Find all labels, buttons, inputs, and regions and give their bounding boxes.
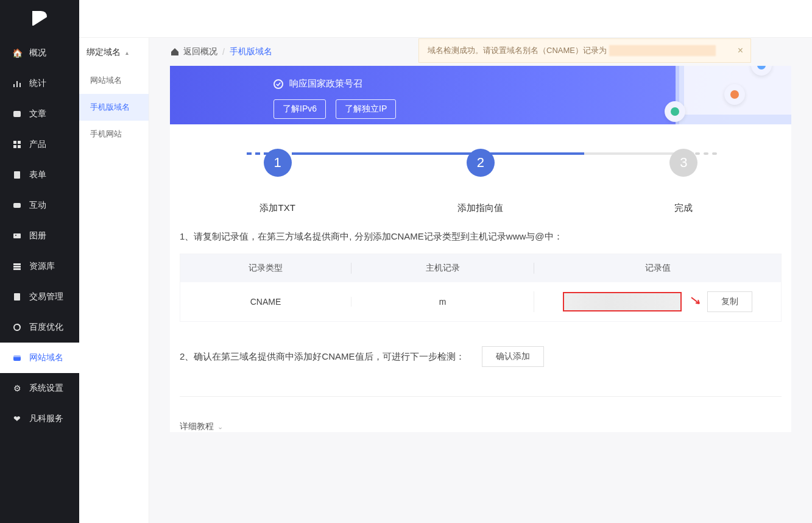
step-2-circle: 2 (467, 149, 495, 177)
sidebar-item-product[interactable]: 产品 (0, 129, 79, 160)
sub-sidebar-head-label: 绑定域名 (86, 47, 121, 58)
sidebar-item-trade[interactable]: 交易管理 (0, 282, 79, 312)
gear-icon: ⚙ (12, 383, 22, 393)
banner-line: 响应国家政策号召 (274, 78, 688, 90)
step-3-label: 完成 (582, 202, 785, 214)
svg-rect-14 (13, 268, 21, 270)
sidebar-item-label: 交易管理 (29, 291, 63, 302)
sub-item-mobile-site[interactable]: 手机网站 (79, 121, 149, 148)
sub-item-site-domain[interactable]: 网站域名 (79, 67, 149, 94)
btn-ipv6[interactable]: 了解IPv6 (274, 99, 326, 119)
svg-rect-0 (13, 84, 15, 87)
domain-icon (12, 354, 22, 362)
svg-rect-12 (13, 263, 21, 265)
gallery-icon (12, 232, 22, 240)
th-host-record: 主机记录 (351, 263, 534, 274)
btn-dedicated-ip[interactable]: 了解独立IP (336, 99, 396, 119)
sidebar-item-stats[interactable]: 统计 (0, 68, 79, 99)
breadcrumb-back[interactable]: 返回概况 (183, 46, 217, 57)
svg-rect-8 (14, 171, 20, 179)
svg-rect-15 (14, 293, 20, 301)
form-icon (12, 171, 22, 179)
logo-icon (29, 7, 51, 31)
step-1-circle: 1 (264, 149, 292, 177)
sidebar-item-service[interactable]: ❤凡科服务 (0, 404, 79, 434)
logo-block (0, 0, 79, 38)
step-bar-2-mid (487, 152, 584, 155)
close-icon[interactable]: × (738, 45, 743, 56)
sub-item-label: 网站域名 (90, 75, 122, 86)
sidebar-item-label: 文章 (29, 109, 46, 119)
sidebar-item-label: 资源库 (29, 261, 55, 272)
svg-rect-4 (13, 141, 16, 144)
copy-button[interactable]: 复制 (707, 291, 752, 312)
svg-rect-18 (13, 355, 21, 357)
detail-tutorial[interactable]: 详细教程 ⌄ (176, 397, 785, 432)
confirm-add-button[interactable]: 确认添加 (482, 346, 544, 367)
resource-icon (12, 262, 22, 271)
instruction-2-text: 2、确认在第三域名提供商中添加好CNAME值后，可进行下一步检测： (180, 351, 465, 363)
sidebar-item-settings[interactable]: ⚙系统设置 (0, 373, 79, 404)
sidebar-item-form[interactable]: 表单 (0, 160, 79, 190)
svg-point-11 (15, 235, 16, 236)
heart-icon: ❤ (12, 414, 22, 424)
instruction-2: 2、确认在第三域名提供商中添加好CNAME值后，可进行下一步检测： 确认添加 (176, 322, 785, 382)
stats-icon (12, 79, 22, 88)
sidebar-item-article[interactable]: 文章 (0, 99, 79, 129)
arrow-icon (689, 295, 702, 308)
banner-decoration (676, 66, 791, 124)
decoration-laptop-icon (676, 66, 791, 124)
sidebar-item-domain[interactable]: 网站域名 (0, 343, 79, 373)
breadcrumb-separator: / (222, 47, 225, 57)
sidebar-item-overview[interactable]: 🏠概况 (0, 38, 79, 68)
topbar-spacer (79, 0, 812, 38)
step-2: 2 添加指向值 (379, 149, 582, 214)
interact-icon (12, 201, 22, 210)
td-record-value: 复制 (534, 291, 781, 312)
banner-text: 响应国家政策号召 (289, 78, 362, 90)
home-icon (170, 47, 180, 57)
sidebar-item-resource[interactable]: 资源库 (0, 251, 79, 282)
sub-sidebar-head[interactable]: 绑定域名 ▴ (79, 38, 149, 67)
dns-table: 记录类型 主机记录 记录值 CNAME m 复制 (180, 254, 782, 322)
toast-banner: 域名检测成功。请设置域名别名（CNAME）记录为 × (418, 38, 751, 63)
chevron-up-icon: ▴ (125, 49, 129, 56)
step-3: 3 完成 (582, 149, 785, 214)
content: 返回概况 / 手机版域名 响应国家政策号召 了解IPv6 了解独立IP (149, 38, 812, 523)
sidebar-item-label: 百度优化 (29, 322, 63, 333)
step-1: 1 添加TXT (176, 149, 379, 214)
svg-rect-7 (18, 145, 21, 148)
chevron-down-icon: ⌄ (217, 423, 223, 431)
step-2-label: 添加指向值 (379, 202, 582, 214)
table-header: 记录类型 主机记录 记录值 (180, 254, 781, 282)
sidebar-item-label: 网站域名 (29, 352, 63, 363)
instruction-1: 1、请复制记录值，在第三方域名提供商中, 分别添加CNAME记录类型到主机记录w… (176, 214, 785, 254)
sidebar-item-label: 图册 (29, 230, 46, 241)
toast-redacted-value (609, 45, 716, 56)
th-record-type: 记录类型 (180, 263, 351, 274)
seo-icon (12, 323, 22, 332)
svg-rect-6 (13, 145, 16, 148)
sidebar-item-interact[interactable]: 互动 (0, 190, 79, 221)
product-icon (12, 140, 22, 149)
sidebar-item-label: 系统设置 (29, 383, 63, 394)
breadcrumb-current: 手机版域名 (230, 46, 272, 57)
sidebar: 🏠概况 统计 文章 产品 表单 互动 图册 资源库 交易管理 百度优化 网站域名… (0, 38, 79, 523)
sidebar-item-seo[interactable]: 百度优化 (0, 312, 79, 343)
sub-item-mobile-domain[interactable]: 手机版域名 (79, 94, 149, 121)
sidebar-item-label: 凡科服务 (29, 413, 63, 424)
sidebar-item-gallery[interactable]: 图册 (0, 221, 79, 251)
svg-rect-1 (16, 81, 18, 87)
trade-icon (12, 293, 22, 301)
svg-rect-2 (19, 83, 21, 87)
sidebar-item-label: 统计 (29, 78, 46, 89)
sidebar-item-label: 互动 (29, 200, 46, 211)
step-3-circle: 3 (669, 149, 697, 177)
sub-item-label: 手机网站 (90, 129, 122, 140)
svg-rect-13 (13, 266, 21, 268)
topbar (0, 0, 812, 38)
sub-item-label: 手机版域名 (90, 102, 130, 113)
record-value-field[interactable] (563, 292, 682, 311)
step-bar-1-2 (292, 152, 487, 155)
detail-tutorial-label: 详细教程 (180, 421, 214, 432)
